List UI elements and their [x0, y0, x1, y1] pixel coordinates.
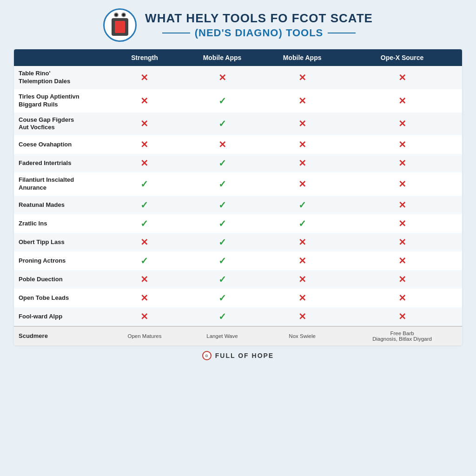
- col-header-open-x-source: Ope-X Source: [342, 49, 462, 66]
- cell-mobile_apps2: ✕: [262, 289, 342, 307]
- header-row: Strength Mobile Apps Mobile Apps Ope-X S…: [14, 49, 462, 66]
- cell-mobile_apps: ✓: [182, 289, 262, 307]
- footer-cell-2: Nox Swiele: [262, 326, 342, 345]
- cell-mobile_apps2: ✓: [262, 214, 342, 233]
- cell-mobile_apps: ✓: [182, 214, 262, 233]
- cell-feature: Obert Tipp Lass: [14, 233, 107, 251]
- table-row: Zratlic Ins✓✓✓✕: [14, 214, 462, 233]
- cell-open_x_source: ✕: [342, 66, 462, 89]
- cell-feature: Table Rino' Tlelemption Dales: [14, 66, 107, 89]
- cross-icon: ✕: [398, 256, 406, 266]
- cross-icon: ✕: [298, 73, 306, 83]
- cell-mobile_apps2: ✕: [262, 251, 342, 270]
- cell-feature: Open Tobe Leads: [14, 289, 107, 307]
- cell-strength: ✕: [107, 66, 182, 89]
- cell-mobile_apps2: ✕: [262, 66, 342, 89]
- check-icon: ✓: [140, 179, 148, 189]
- footer-cell-3: Free Barb Diagnosis, Bitlax Diygard: [342, 326, 462, 345]
- cross-icon: ✕: [398, 218, 406, 229]
- cross-icon: ✕: [140, 237, 148, 247]
- cell-mobile_apps2: ✕: [262, 307, 342, 326]
- check-icon: ✓: [218, 256, 226, 266]
- cross-icon: ✕: [298, 139, 306, 150]
- col-header-mobile-apps2: Mobile Apps: [262, 49, 342, 66]
- cross-icon: ✕: [140, 158, 148, 168]
- table-row: Fadered Intertrials✕✓✕✕: [14, 154, 462, 172]
- cell-feature: Fool-ward Alpp: [14, 307, 107, 326]
- cell-strength: ✓: [107, 214, 182, 233]
- cross-icon: ✕: [140, 96, 148, 106]
- cell-mobile_apps: ✓: [182, 251, 262, 270]
- check-icon: ✓: [140, 256, 148, 266]
- cell-feature: Poble Duection: [14, 270, 107, 289]
- cell-feature: Fadered Intertrials: [14, 154, 107, 172]
- cross-icon: ✕: [298, 293, 306, 303]
- cell-mobile_apps: ✓: [182, 112, 262, 136]
- cell-feature: Filantiurt Inscialted Anurance: [14, 172, 107, 196]
- title-block: WHAT HELY TOOLS FO FCOT SCATE (NED'S DIA…: [145, 11, 373, 39]
- cross-icon: ✕: [398, 274, 406, 284]
- bottom-logo: ⊙: [202, 351, 212, 360]
- table-row: Tirles Oup Aptientivn Biggard Ruils✕✓✕✕: [14, 89, 462, 112]
- page-wrapper: WHAT HELY TOOLS FO FCOT SCATE (NED'S DIA…: [0, 0, 476, 366]
- cell-mobile_apps: ✓: [182, 196, 262, 214]
- cell-mobile_apps: ✓: [182, 154, 262, 172]
- cross-icon: ✕: [398, 96, 406, 106]
- cell-open_x_source: ✕: [342, 196, 462, 214]
- check-icon: ✓: [218, 158, 226, 168]
- cell-open_x_source: ✕: [342, 270, 462, 289]
- header: WHAT HELY TOOLS FO FCOT SCATE (NED'S DIA…: [14, 8, 462, 42]
- footer-row: ScudmereOpen MaturesLanget WaveNox Swiel…: [14, 326, 462, 345]
- page-title-line1: WHAT HELY TOOLS FO FCOT SCATE: [145, 11, 373, 26]
- cross-icon: ✕: [398, 119, 406, 129]
- footer-cell-1: Langet Wave: [182, 326, 262, 345]
- title-line-right: [328, 33, 356, 33]
- cell-open_x_source: ✕: [342, 172, 462, 196]
- cell-mobile_apps2: ✕: [262, 154, 342, 172]
- cell-mobile_apps: ✓: [182, 172, 262, 196]
- cross-icon: ✕: [298, 119, 306, 129]
- cross-icon: ✕: [140, 73, 148, 83]
- bottom-label: FULL OF HOPE: [215, 352, 274, 359]
- cell-mobile_apps: ✓: [182, 233, 262, 251]
- check-icon: ✓: [218, 311, 226, 322]
- cell-strength: ✓: [107, 172, 182, 196]
- cross-icon: ✕: [140, 274, 148, 284]
- cell-mobile_apps: ✓: [182, 270, 262, 289]
- cross-icon: ✕: [298, 179, 306, 189]
- cell-mobile_apps2: ✕: [262, 270, 342, 289]
- cross-icon: ✕: [398, 158, 406, 168]
- check-icon: ✓: [218, 119, 226, 129]
- cross-icon: ✕: [398, 293, 406, 303]
- logo-eye-left: [114, 13, 119, 17]
- cell-open_x_source: ✕: [342, 307, 462, 326]
- cell-open_x_source: ✕: [342, 112, 462, 136]
- cell-strength: ✓: [107, 196, 182, 214]
- cell-open_x_source: ✕: [342, 135, 462, 154]
- check-icon: ✓: [218, 179, 226, 189]
- cross-icon: ✕: [140, 311, 148, 322]
- bottom-bar: ⊙ FULL OF HOPE: [202, 348, 274, 361]
- cross-icon: ✕: [140, 139, 148, 150]
- cross-icon: ✕: [298, 256, 306, 266]
- cell-strength: ✓: [107, 251, 182, 270]
- comparison-table-container: Strength Mobile Apps Mobile Apps Ope-X S…: [14, 49, 462, 345]
- page-title-line2: (NED'S DIAGNO) TOOLS: [145, 27, 373, 39]
- cell-open_x_source: ✕: [342, 154, 462, 172]
- cell-feature: Proning Actrons: [14, 251, 107, 270]
- cell-feature: Couse Gap Figders Aut Vocfices: [14, 112, 107, 136]
- cell-mobile_apps: ✓: [182, 89, 262, 112]
- cell-mobile_apps2: ✕: [262, 112, 342, 136]
- table-body: Table Rino' Tlelemption Dales✕✕✕✕Tirles …: [14, 66, 462, 345]
- cell-feature: Coese Ovahaption: [14, 135, 107, 154]
- col-header-strength: Strength: [107, 49, 182, 66]
- cell-open_x_source: ✕: [342, 89, 462, 112]
- check-icon: ✓: [218, 96, 226, 106]
- cross-icon: ✕: [398, 73, 406, 83]
- cross-icon: ✕: [218, 139, 226, 150]
- cell-feature: Reatunal Mades: [14, 196, 107, 214]
- cell-feature: Tirles Oup Aptientivn Biggard Ruils: [14, 89, 107, 112]
- cell-mobile_apps: ✓: [182, 307, 262, 326]
- table-header: Strength Mobile Apps Mobile Apps Ope-X S…: [14, 49, 462, 66]
- cell-strength: ✕: [107, 89, 182, 112]
